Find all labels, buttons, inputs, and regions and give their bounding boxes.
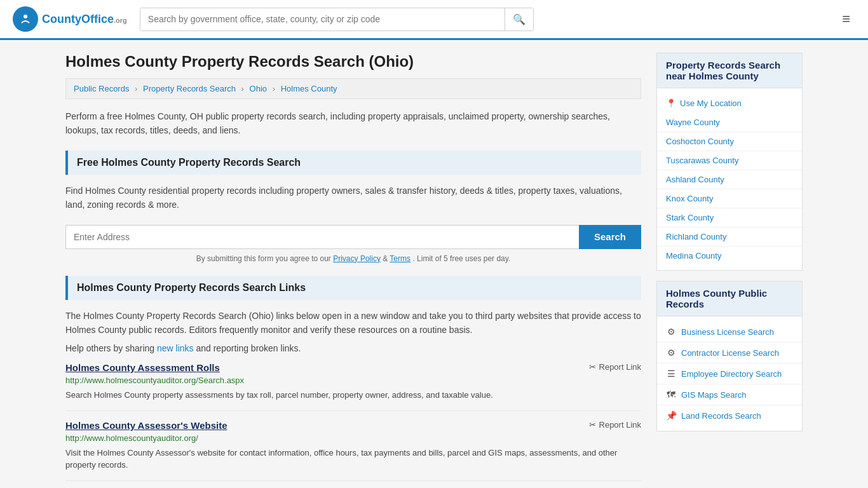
new-links-link[interactable]: new links xyxy=(157,343,194,353)
nearby-knox-county[interactable]: Knox County xyxy=(657,189,802,208)
business-license-icon: ⚙ xyxy=(666,327,676,337)
land-records-search-link[interactable]: 📌 Land Records Search xyxy=(657,405,802,426)
logo-icon xyxy=(13,6,38,32)
link-url-assessment[interactable]: http://www.holmescountyauditor.org/Searc… xyxy=(65,376,641,385)
business-license-search-link[interactable]: ⚙ Business License Search xyxy=(657,322,802,342)
land-records-icon: 📌 xyxy=(666,410,676,421)
employee-directory-icon: ☰ xyxy=(666,369,676,379)
form-disclaimer: By submitting this form you agree to our… xyxy=(65,254,641,263)
link-url-assessor[interactable]: http://www.holmescountyauditor.org/ xyxy=(65,433,641,443)
public-records-box: Holmes County Public Records ⚙ Business … xyxy=(656,281,803,431)
intro-text: Perform a free Holmes County, OH public … xyxy=(65,109,641,138)
report-link-icon-1: ✂ xyxy=(589,362,596,372)
page-title: Holmes County Property Records Search (O… xyxy=(65,53,641,71)
header: CountyOffice.org 🔍 ≡ xyxy=(0,0,868,40)
location-icon: 📍 xyxy=(666,98,676,108)
report-link-button-2[interactable]: ✂ Report Link xyxy=(589,420,641,430)
nearby-tuscarawas-county[interactable]: Tuscarawas County xyxy=(657,151,802,170)
svg-point-1 xyxy=(24,15,27,18)
link-title-assessor[interactable]: Holmes County Assessor's Website xyxy=(65,420,227,431)
nearby-coshocton-county[interactable]: Coshocton County xyxy=(657,132,802,151)
breadcrumb-ohio[interactable]: Ohio xyxy=(250,84,267,93)
sidebar: Property Records Search near Holmes Coun… xyxy=(656,53,803,488)
link-desc-assessor: Visit the Holmes County Assessor's websi… xyxy=(65,447,641,471)
free-search-header: Free Holmes County Property Records Sear… xyxy=(65,151,641,175)
gis-maps-icon: 🗺 xyxy=(666,390,676,400)
nearby-stark-county[interactable]: Stark County xyxy=(657,208,802,227)
address-search-form: Search xyxy=(65,225,641,249)
nearby-richland-county[interactable]: Richland County xyxy=(657,227,802,247)
gis-maps-search-link[interactable]: 🗺 GIS Maps Search xyxy=(657,384,802,405)
terms-link[interactable]: Terms xyxy=(390,254,410,263)
nearby-counties-box: Property Records Search near Holmes Coun… xyxy=(656,53,803,271)
public-records-content: ⚙ Business License Search ⚙ Contractor L… xyxy=(657,316,802,431)
breadcrumb-public-records[interactable]: Public Records xyxy=(74,84,129,93)
contractor-license-icon: ⚙ xyxy=(666,348,676,358)
links-intro: The Holmes County Property Records Searc… xyxy=(65,309,641,337)
address-input[interactable] xyxy=(65,225,579,249)
use-my-location[interactable]: 📍 Use My Location xyxy=(657,93,802,113)
link-item-assessment-rolls: Holmes County Assessment Rolls ✂ Report … xyxy=(65,362,641,411)
link-title-assessment[interactable]: Holmes County Assessment Rolls xyxy=(65,362,220,373)
search-icon: 🔍 xyxy=(513,14,526,25)
employee-directory-search-link[interactable]: ☰ Employee Directory Search xyxy=(657,363,802,384)
breadcrumb-holmes-county[interactable]: Holmes County xyxy=(281,84,337,93)
menu-icon[interactable]: ≡ xyxy=(837,8,855,30)
logo-text: CountyOffice.org xyxy=(42,13,127,26)
page-wrapper: Holmes County Property Records Search (O… xyxy=(53,40,815,488)
search-button[interactable]: Search xyxy=(579,225,641,249)
contractor-license-search-link[interactable]: ⚙ Contractor License Search xyxy=(657,342,802,363)
nearby-wayne-county[interactable]: Wayne County xyxy=(657,113,802,132)
nearby-medina-county[interactable]: Medina County xyxy=(657,247,802,265)
links-section-header: Holmes County Property Records Search Li… xyxy=(65,276,641,300)
share-text: Help others by sharing new links and rep… xyxy=(65,343,641,353)
free-search-section: Free Holmes County Property Records Sear… xyxy=(65,151,641,263)
link-desc-assessment: Search Holmes County property assessment… xyxy=(65,389,641,402)
nearby-content: 📍 Use My Location Wayne County Coshocton… xyxy=(657,88,802,270)
public-records-header: Holmes County Public Records xyxy=(657,281,802,316)
links-section: Holmes County Property Records Search Li… xyxy=(65,276,641,481)
report-link-button-1[interactable]: ✂ Report Link xyxy=(589,362,641,372)
breadcrumb: Public Records › Property Records Search… xyxy=(65,78,641,99)
free-search-description: Find Holmes County residential property … xyxy=(65,184,641,212)
global-search-button[interactable]: 🔍 xyxy=(505,8,533,30)
breadcrumb-property-records[interactable]: Property Records Search xyxy=(143,84,236,93)
logo[interactable]: CountyOffice.org xyxy=(13,6,127,32)
main-content: Holmes County Property Records Search (O… xyxy=(65,53,641,488)
global-search-input[interactable] xyxy=(140,8,505,30)
report-link-icon-2: ✂ xyxy=(589,420,596,430)
nearby-ashland-county[interactable]: Ashland County xyxy=(657,170,802,189)
privacy-policy-link[interactable]: Privacy Policy xyxy=(333,254,381,263)
nearby-header: Property Records Search near Holmes Coun… xyxy=(657,53,802,88)
link-item-assessor: Holmes County Assessor's Website ✂ Repor… xyxy=(65,420,641,481)
global-search-bar: 🔍 xyxy=(140,8,534,31)
